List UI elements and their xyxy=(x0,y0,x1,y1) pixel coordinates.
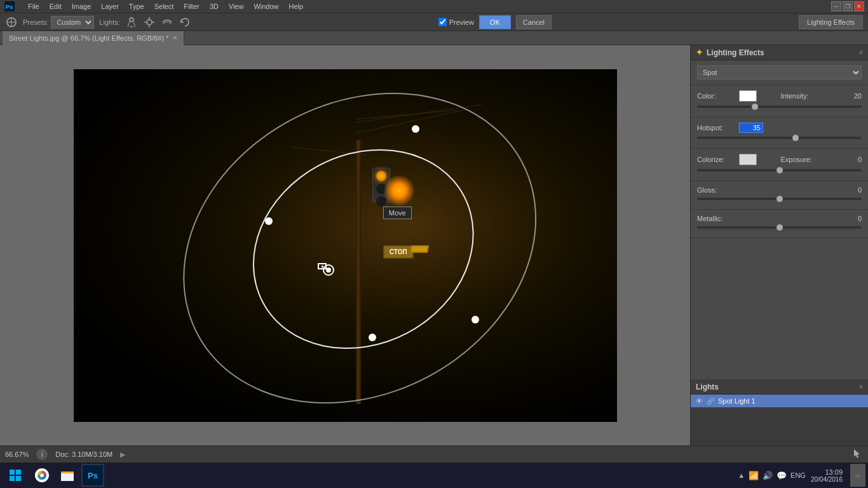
minimize-button[interactable]: ─ xyxy=(831,1,841,11)
ok-button[interactable]: OK xyxy=(479,15,511,29)
properties-header: ✦ Lighting Effects ≡ xyxy=(691,45,868,60)
light-name: Spot Light 1 xyxy=(718,397,756,405)
move-tooltip: Move xyxy=(383,207,412,219)
menu-file[interactable]: File xyxy=(23,1,44,11)
photo-canvas: СТОП xyxy=(74,69,617,422)
panel-spacer xyxy=(691,238,868,379)
visibility-icon[interactable]: 👁 xyxy=(696,397,703,405)
svg-rect-9 xyxy=(10,470,15,475)
spot-light-icon[interactable] xyxy=(125,16,138,29)
taskbar-photoshop[interactable]: Ps xyxy=(81,464,104,487)
cursor-icon xyxy=(851,448,863,459)
document-tab[interactable]: Street Lights.jpg @ 66.7% (Light Effects… xyxy=(3,31,184,45)
svg-rect-18 xyxy=(61,473,74,481)
window-controls: ─ ❐ ✕ xyxy=(831,1,864,11)
svg-rect-11 xyxy=(10,476,15,481)
hotspot-slider[interactable] xyxy=(697,137,862,139)
menu-window[interactable]: Window xyxy=(248,1,283,11)
svg-point-16 xyxy=(40,473,44,477)
control-point-top[interactable] xyxy=(412,125,419,133)
taskbar-chrome[interactable] xyxy=(31,464,53,487)
restore-button[interactable]: ❐ xyxy=(843,1,853,11)
preview-checkbox[interactable] xyxy=(438,18,447,26)
system-tray: ▲ 📶 🔊 💬 ENG xyxy=(738,471,806,480)
gloss-row: Gloss: 0 xyxy=(697,186,862,194)
color-label: Color: xyxy=(697,92,735,100)
menu-type[interactable]: Type xyxy=(124,1,149,11)
svg-rect-12 xyxy=(16,476,21,481)
volume-icon[interactable]: 🔊 xyxy=(763,471,773,480)
intensity-thumb[interactable] xyxy=(752,104,758,110)
main-content: СТОП xyxy=(0,45,868,445)
tab-close-button[interactable]: ✕ xyxy=(172,34,177,41)
datetime-display: 13:09 20/04/2016 xyxy=(811,468,843,483)
menu-help[interactable]: Help xyxy=(284,1,309,11)
direction-sign xyxy=(410,245,429,253)
hotspot-thumb[interactable] xyxy=(792,135,799,141)
intensity-slider[interactable] xyxy=(697,105,862,108)
colorize-swatch[interactable] xyxy=(739,154,757,165)
hotspot-row: Hotspot: xyxy=(697,123,862,133)
tab-title: Street Lights.jpg @ 66.7% (Light Effects… xyxy=(9,34,168,42)
hotspot-input[interactable] xyxy=(739,123,763,133)
close-button[interactable]: ✕ xyxy=(854,1,864,11)
type-section: Spot xyxy=(691,60,868,85)
center-dot xyxy=(326,268,331,273)
color-row: Color: Intensity: 20 xyxy=(697,90,862,102)
color-swatch[interactable] xyxy=(739,90,757,102)
svg-point-4 xyxy=(147,20,152,25)
menu-select[interactable]: Select xyxy=(149,1,179,11)
lighting-effects-button[interactable]: Lighting Effects xyxy=(799,15,863,29)
presets-dropdown[interactable]: Custom xyxy=(51,16,94,29)
zoom-level: 66.67% xyxy=(5,451,29,458)
menu-image[interactable]: Image xyxy=(67,1,97,11)
reset-icon[interactable] xyxy=(179,16,191,29)
preview-label: Preview xyxy=(449,18,474,26)
lights-title: Lights xyxy=(696,383,719,391)
exposure-thumb[interactable] xyxy=(776,167,783,173)
cancel-button[interactable]: Cancel xyxy=(516,15,552,29)
options-bar: Presets: Custom Lights: xyxy=(0,13,868,31)
intensity-value: 20 xyxy=(843,92,862,100)
menu-filter[interactable]: Filter xyxy=(179,1,204,11)
metallic-thumb[interactable] xyxy=(776,224,783,231)
intensity-label: Intensity: xyxy=(781,92,819,100)
info-icon[interactable]: i xyxy=(36,449,48,460)
tray-arrow[interactable]: ▲ xyxy=(738,471,745,479)
metallic-label: Metallic: xyxy=(697,215,735,222)
exposure-slider[interactable] xyxy=(697,169,862,172)
metallic-slider[interactable] xyxy=(697,226,862,229)
light-type-dropdown[interactable]: Spot xyxy=(697,65,862,79)
canvas-area[interactable]: СТОП xyxy=(0,45,690,445)
menu-items: File Edit Image Layer Type Select Filter… xyxy=(23,1,308,11)
lights-expand-icon[interactable]: ≡ xyxy=(859,383,863,390)
canvas-container: СТОП xyxy=(74,69,617,422)
language-indicator[interactable]: ENG xyxy=(790,471,806,479)
tool-preset-icon xyxy=(5,16,18,29)
taskbar-explorer[interactable] xyxy=(56,464,79,487)
gloss-slider[interactable] xyxy=(697,198,862,200)
control-point-right[interactable] xyxy=(471,316,479,323)
street-scene: СТОП xyxy=(74,69,617,422)
start-button[interactable] xyxy=(3,463,28,488)
panel-expand-icon[interactable]: ≡ xyxy=(859,49,863,56)
metallic-section: Metallic: 0 xyxy=(691,210,868,238)
control-point-left[interactable] xyxy=(265,217,273,225)
point-light-icon[interactable] xyxy=(143,16,156,29)
control-point-bottom[interactable] xyxy=(369,334,376,341)
svg-rect-10 xyxy=(16,470,21,475)
traffic-light-glow xyxy=(383,175,415,207)
menu-3d[interactable]: 3D xyxy=(205,1,224,11)
message-icon[interactable]: 💬 xyxy=(776,471,787,480)
light-link-icon: 🔗 xyxy=(707,398,714,405)
infinite-light-icon[interactable] xyxy=(161,16,173,29)
menu-layer[interactable]: Layer xyxy=(96,1,124,11)
menu-view[interactable]: View xyxy=(224,1,249,11)
colorize-label: Colorize: xyxy=(697,156,735,163)
presets-label: Presets: xyxy=(23,18,48,26)
menu-edit[interactable]: Edit xyxy=(44,1,67,11)
colorize-exposure-section: Colorize: Exposure: 0 xyxy=(691,149,868,181)
show-desktop-button[interactable]: ▭ xyxy=(850,464,865,487)
gloss-thumb[interactable] xyxy=(776,196,783,202)
spot-light-item[interactable]: 👁 🔗 Spot Light 1 xyxy=(691,395,868,407)
